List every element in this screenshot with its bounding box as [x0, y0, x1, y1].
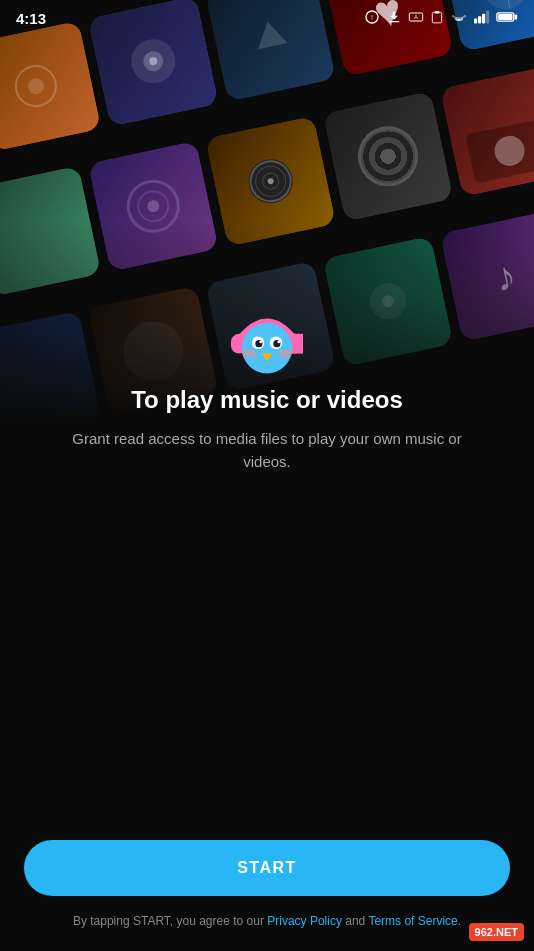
svg-point-43	[242, 349, 256, 358]
terms-conjunction: and	[342, 914, 368, 928]
watermark: 962.NET	[469, 923, 524, 941]
terms-of-service-link[interactable]: Terms of Service	[368, 914, 457, 928]
terms-text: By tapping START, you agree to our Priva…	[63, 912, 471, 931]
bird-mascot-svg	[222, 296, 312, 386]
bottom-section: START By tapping START, you agree to our…	[0, 840, 534, 951]
svg-rect-5	[432, 12, 441, 22]
svg-point-44	[278, 349, 292, 358]
svg-rect-7	[474, 18, 477, 23]
svg-text:!: !	[371, 12, 373, 21]
hero-subtext: Grant read access to media files to play…	[0, 428, 534, 473]
hero-heading: To play music or videos	[101, 386, 433, 414]
privacy-policy-link[interactable]: Privacy Policy	[267, 914, 342, 928]
keyboard-icon: A	[408, 9, 424, 28]
svg-rect-10	[486, 10, 489, 23]
svg-text:A: A	[414, 14, 418, 20]
svg-rect-2	[389, 21, 400, 22]
svg-point-41	[259, 341, 262, 344]
svg-rect-12	[498, 14, 512, 20]
status-bar: 4:13 ! A	[0, 0, 534, 36]
svg-rect-13	[515, 14, 518, 19]
wifi-icon	[450, 10, 468, 27]
svg-point-36	[242, 323, 292, 373]
svg-rect-6	[435, 11, 440, 13]
status-time: 4:13	[16, 10, 46, 27]
svg-rect-8	[478, 16, 481, 23]
download-icon	[386, 9, 402, 28]
clipboard-icon	[430, 9, 444, 28]
mascot-area: To play music or videos Grant read acces…	[0, 296, 534, 473]
signal-icon	[474, 10, 490, 27]
svg-rect-9	[482, 13, 485, 23]
notification-icon: !	[364, 9, 380, 28]
main-content: To play music or videos Grant read acces…	[0, 36, 534, 951]
status-icons: ! A	[364, 9, 518, 28]
terms-prefix: By tapping START, you agree to our	[73, 914, 267, 928]
terms-suffix: .	[458, 914, 461, 928]
battery-icon	[496, 11, 518, 26]
start-button[interactable]: START	[24, 840, 510, 896]
svg-point-42	[277, 341, 280, 344]
